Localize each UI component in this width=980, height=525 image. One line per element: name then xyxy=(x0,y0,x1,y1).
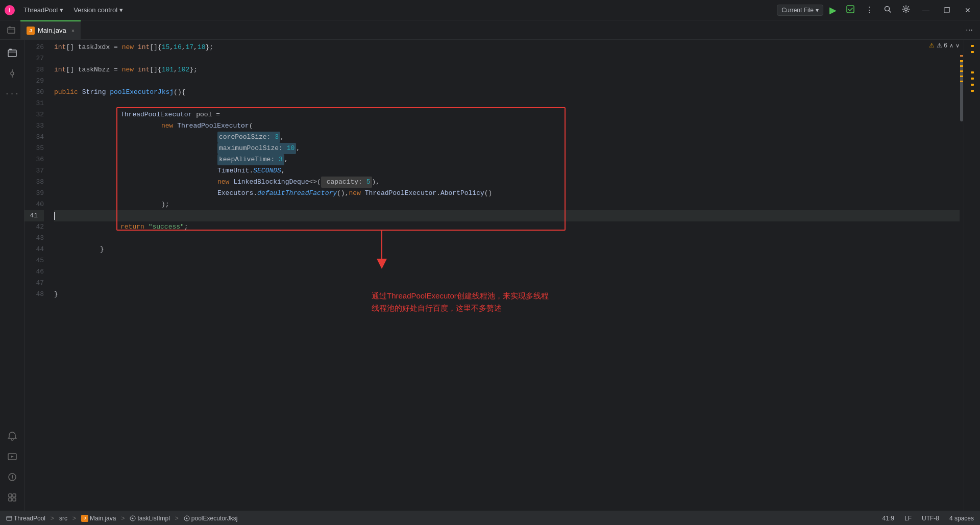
current-file-selector[interactable]: Current File ▾ xyxy=(777,5,823,16)
svg-rect-18 xyxy=(13,494,16,497)
menu-version-control[interactable]: Version control ▾ xyxy=(69,4,127,16)
maximize-button[interactable]: ❐ xyxy=(939,4,955,16)
tabbar-right: ⋯ xyxy=(963,25,980,35)
status-class[interactable]: taskListImpl xyxy=(128,515,172,522)
svg-rect-17 xyxy=(9,494,12,497)
minimize-button[interactable]: — xyxy=(917,4,935,16)
main-layout: ··· xyxy=(0,40,980,511)
code-line-32: ThreadPoolExecutor pool = xyxy=(54,109,964,120)
settings-button[interactable] xyxy=(899,4,913,16)
minimap-warning-3 xyxy=(971,71,974,73)
minimap-warning-6 xyxy=(971,90,974,92)
tab-close-button[interactable]: × xyxy=(71,28,75,34)
status-position[interactable]: 41:9 xyxy=(880,515,896,522)
sidebar-bottom xyxy=(3,223,21,511)
svg-line-4 xyxy=(889,10,891,12)
code-line-39: Executors.defaultThreadFactory(),new Thr… xyxy=(54,188,964,199)
status-method[interactable]: poolExecutorJksj xyxy=(182,515,240,522)
project-icon[interactable] xyxy=(4,23,18,37)
svg-rect-6 xyxy=(8,28,15,33)
close-button[interactable]: ✕ xyxy=(960,4,976,16)
code-line-28: int[] taskNbzz = new int[]{101,102}; xyxy=(54,64,964,76)
more-button[interactable]: ⋮ xyxy=(862,4,876,16)
code-container[interactable]: 26 27 28 29 30 31 32 33 34 35 36 37 38 3… xyxy=(24,40,964,511)
sidebar-plugins-icon[interactable] xyxy=(3,488,21,507)
code-line-45 xyxy=(54,255,964,266)
code-line-36: keepAliveTime: 3, xyxy=(54,154,964,165)
code-line-31 xyxy=(54,98,964,109)
svg-point-10 xyxy=(11,72,14,75)
titlebar: i ThreadPool ▾ Version control ▾ Current… xyxy=(0,0,980,20)
svg-point-5 xyxy=(905,8,908,10)
statusbar-left: ThreadPool > src > J Main.java > taskLis… xyxy=(4,515,240,522)
java-file-icon: J xyxy=(27,27,35,35)
code-line-44: } xyxy=(54,244,964,255)
code-line-38: new LinkedBlockingDeque<>( capacity: 5), xyxy=(54,177,964,188)
line-numbers: 26 27 28 29 30 31 32 33 34 35 36 37 38 3… xyxy=(24,40,50,511)
svg-rect-8 xyxy=(8,50,16,57)
code-line-42: return "success"; xyxy=(54,221,964,233)
titlebar-right: Current File ▾ ▶ ⋮ — ❐ ✕ xyxy=(777,4,976,17)
status-src[interactable]: src xyxy=(57,515,69,522)
svg-text:i: i xyxy=(9,7,10,13)
minimap-warning-5 xyxy=(971,84,974,86)
code-line-33: new ThreadPoolExecutor( xyxy=(54,120,964,132)
breadcrumb-sep-4: > xyxy=(175,515,179,522)
svg-rect-19 xyxy=(9,498,12,501)
svg-point-16 xyxy=(12,479,13,480)
code-line-48: } xyxy=(54,289,964,300)
minimap-warning-1 xyxy=(971,45,974,47)
code-line-40: ); xyxy=(54,199,964,210)
code-line-46 xyxy=(54,266,964,278)
search-button[interactable] xyxy=(880,4,895,16)
statusbar-right: 41:9 LF UTF-8 4 spaces xyxy=(880,515,976,522)
sidebar-more-icon[interactable]: ··· xyxy=(3,85,21,103)
java-icon-small: J xyxy=(81,515,88,522)
status-encoding[interactable]: UTF-8 xyxy=(920,515,941,522)
run-button[interactable]: ▶ xyxy=(827,4,839,17)
breadcrumb-sep-1: > xyxy=(51,515,54,522)
tab-main-java[interactable]: J Main.java × xyxy=(20,20,81,40)
breadcrumb-sep-2: > xyxy=(72,515,76,522)
right-sidebar xyxy=(964,40,980,511)
svg-rect-2 xyxy=(847,6,854,13)
app-logo: i xyxy=(4,5,15,16)
statusbar: ThreadPool > src > J Main.java > taskLis… xyxy=(0,511,980,525)
scrollbar-track[interactable] xyxy=(960,40,964,511)
left-sidebar: ··· xyxy=(0,40,24,511)
code-line-26: int[] taskJxdx = new int[]{15,16,17,18}; xyxy=(54,42,964,53)
sidebar-notifications-icon[interactable] xyxy=(3,427,21,445)
minimap-warning-2 xyxy=(971,51,974,53)
status-project[interactable]: ThreadPool xyxy=(4,515,47,522)
status-indent[interactable]: 4 spaces xyxy=(947,515,976,522)
minimap-warning-4 xyxy=(971,78,974,80)
code-line-37: TimeUnit.SECONDS, xyxy=(54,165,964,177)
tab-options-button[interactable]: ⋯ xyxy=(963,25,976,35)
code-line-35: maximumPoolSize: 10, xyxy=(54,143,964,154)
titlebar-menu: ThreadPool ▾ Version control ▾ xyxy=(19,4,127,16)
code-line-27 xyxy=(54,53,964,64)
code-editor[interactable]: int[] taskJxdx = new int[]{15,16,17,18};… xyxy=(50,40,964,511)
breadcrumb-sep-3: > xyxy=(121,515,125,522)
svg-rect-9 xyxy=(9,49,12,51)
svg-rect-20 xyxy=(13,498,16,501)
code-line-34: corePoolSize: 3, xyxy=(54,132,964,143)
sidebar-run-icon[interactable] xyxy=(3,447,21,466)
coverage-button[interactable] xyxy=(843,4,858,17)
code-line-43 xyxy=(54,233,964,244)
sidebar-project-icon[interactable] xyxy=(3,44,21,62)
svg-rect-7 xyxy=(9,27,11,28)
sidebar-debug-icon[interactable] xyxy=(3,468,21,486)
status-file[interactable]: J Main.java xyxy=(79,515,118,522)
code-line-30: public String poolExecutorJksj(){ xyxy=(54,87,964,98)
code-line-29 xyxy=(54,76,964,87)
menu-threadpool[interactable]: ThreadPool ▾ xyxy=(19,4,67,16)
code-line-47 xyxy=(54,278,964,289)
status-lf[interactable]: LF xyxy=(902,515,914,522)
code-line-41 xyxy=(54,210,964,221)
sidebar-commit-icon[interactable] xyxy=(3,64,21,83)
scrollbar-thumb[interactable] xyxy=(960,60,963,121)
tabbar: J Main.java × ⋯ xyxy=(0,20,980,40)
svg-rect-23 xyxy=(7,516,12,520)
editor-area[interactable]: ⚠ ⚠ 6 ∧ ∨ 26 27 28 29 30 31 32 33 34 35 … xyxy=(24,40,964,511)
